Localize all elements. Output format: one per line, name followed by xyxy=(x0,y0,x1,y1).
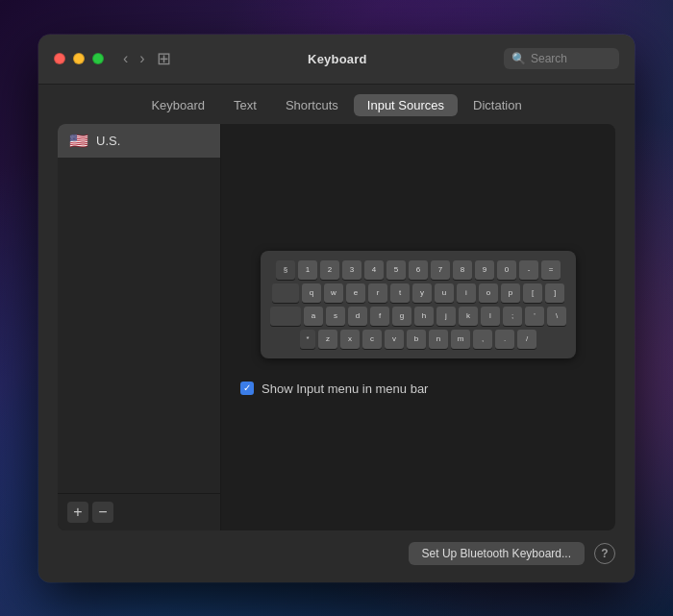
key-v: v xyxy=(385,330,404,349)
key-row-4: * z x c v b n m , . / xyxy=(270,330,566,349)
flag-icon: 🇺🇸 xyxy=(69,132,88,150)
key-q: q xyxy=(302,283,321,303)
key-g: g xyxy=(392,307,411,326)
key-r: r xyxy=(368,283,387,303)
key-comma: , xyxy=(473,330,492,349)
sidebar-footer: + − xyxy=(58,493,220,530)
key-y: y xyxy=(412,283,432,303)
key-b: b xyxy=(407,330,426,349)
sidebar: 🇺🇸 U.S. + − xyxy=(58,124,221,530)
key-l: l xyxy=(481,307,500,326)
key-9: 9 xyxy=(475,260,494,280)
forward-button[interactable]: › xyxy=(136,48,148,69)
key-capslock xyxy=(270,307,301,326)
key-1: 1 xyxy=(298,260,317,280)
key-row-2: q w e r t y u i o p [ ] xyxy=(270,283,566,303)
key-j: j xyxy=(436,307,456,326)
key-equals: = xyxy=(541,260,561,280)
sidebar-item-us[interactable]: 🇺🇸 U.S. xyxy=(58,124,220,158)
key-z: z xyxy=(318,330,337,349)
main-window: ‹ › ⊞ Keyboard 🔍 Search Keyboard Text Sh… xyxy=(38,35,635,582)
key-semicolon: ; xyxy=(503,307,522,326)
key-a: a xyxy=(304,307,323,326)
key-e: e xyxy=(346,283,365,303)
key-3: 3 xyxy=(342,260,361,280)
main-panel: 🇺🇸 U.S. + − § 1 2 3 4 xyxy=(58,124,615,530)
key-minus: - xyxy=(519,260,538,280)
help-button[interactable]: ? xyxy=(594,543,615,564)
key-s: s xyxy=(326,307,345,326)
tab-input-sources[interactable]: Input Sources xyxy=(354,94,458,116)
add-source-button[interactable]: + xyxy=(67,502,88,523)
key-row-1: § 1 2 3 4 5 6 7 8 9 0 - = xyxy=(270,260,566,280)
key-p: p xyxy=(501,283,520,303)
key-k: k xyxy=(459,307,478,326)
checkmark-icon: ✓ xyxy=(243,383,251,393)
show-input-menu-checkbox[interactable]: ✓ xyxy=(240,382,254,395)
key-5: 5 xyxy=(386,260,406,280)
key-h: h xyxy=(414,307,434,326)
key-u: u xyxy=(435,283,454,303)
key-i: i xyxy=(457,283,476,303)
key-period: . xyxy=(495,330,514,349)
key-2: 2 xyxy=(320,260,339,280)
key-x: x xyxy=(340,330,360,349)
search-icon: 🔍 xyxy=(511,52,526,65)
key-0: 0 xyxy=(497,260,516,280)
key-slash: / xyxy=(517,330,536,349)
tab-text[interactable]: Text xyxy=(220,94,270,116)
back-button[interactable]: ‹ xyxy=(119,48,132,69)
search-bar[interactable]: 🔍 Search xyxy=(504,48,619,69)
key-section: § xyxy=(276,260,295,280)
keyboard-visual: § 1 2 3 4 5 6 7 8 9 0 - = xyxy=(261,251,576,358)
key-n: n xyxy=(429,330,448,349)
minimize-button[interactable] xyxy=(73,53,85,64)
search-placeholder: Search xyxy=(531,52,567,65)
content-area: 🇺🇸 U.S. + − § 1 2 3 4 xyxy=(38,124,635,582)
key-t: t xyxy=(390,283,410,303)
key-tab xyxy=(272,283,299,303)
tab-keyboard[interactable]: Keyboard xyxy=(137,94,218,116)
sidebar-item-label: U.S. xyxy=(96,134,120,148)
key-f: f xyxy=(370,307,389,326)
key-4: 4 xyxy=(364,260,384,280)
key-8: 8 xyxy=(453,260,472,280)
window-title: Keyboard xyxy=(171,52,504,66)
checkbox-row: ✓ Show Input menu in menu bar xyxy=(240,374,439,404)
key-shift-l: * xyxy=(300,330,315,349)
bottom-bar: Set Up Bluetooth Keyboard... ? xyxy=(58,530,615,573)
tabs-bar: Keyboard Text Shortcuts Input Sources Di… xyxy=(38,85,635,124)
keyboard-display-area: § 1 2 3 4 5 6 7 8 9 0 - = xyxy=(221,124,615,530)
grid-button[interactable]: ⊞ xyxy=(157,48,171,69)
traffic-lights xyxy=(54,53,104,64)
key-quote: ' xyxy=(525,307,544,326)
titlebar: ‹ › ⊞ Keyboard 🔍 Search xyxy=(38,35,635,85)
key-row-3: a s d f g h j k l ; ' \ xyxy=(270,307,566,326)
tab-dictation[interactable]: Dictation xyxy=(460,94,536,116)
key-c: c xyxy=(362,330,382,349)
maximize-button[interactable] xyxy=(92,53,104,64)
key-o: o xyxy=(479,283,498,303)
key-w: w xyxy=(324,283,343,303)
key-m: m xyxy=(451,330,470,349)
key-d: d xyxy=(348,307,367,326)
key-rbracket: ] xyxy=(545,283,564,303)
key-backslash: \ xyxy=(547,307,566,326)
close-button[interactable] xyxy=(54,53,65,64)
key-7: 7 xyxy=(431,260,450,280)
nav-buttons: ‹ › xyxy=(119,48,149,69)
sidebar-spacer xyxy=(58,158,220,493)
remove-source-button[interactable]: − xyxy=(92,502,113,523)
key-6: 6 xyxy=(409,260,428,280)
key-lbracket: [ xyxy=(523,283,542,303)
show-input-menu-label: Show Input menu in menu bar xyxy=(262,382,428,396)
setup-bluetooth-button[interactable]: Set Up Bluetooth Keyboard... xyxy=(409,542,585,565)
tab-shortcuts[interactable]: Shortcuts xyxy=(272,94,352,116)
